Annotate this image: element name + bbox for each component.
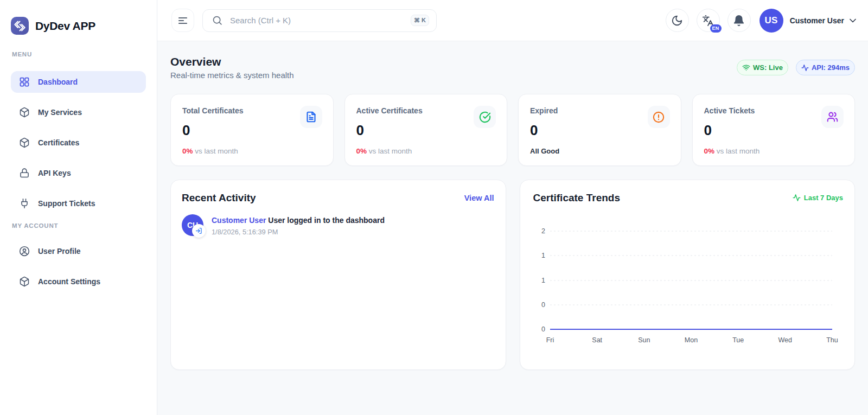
- svg-text:Sun: Sun: [638, 336, 650, 344]
- svg-text:Tue: Tue: [732, 336, 744, 344]
- svg-text:Fri: Fri: [546, 336, 554, 344]
- svg-text:2: 2: [541, 227, 545, 235]
- svg-text:Wed: Wed: [778, 336, 792, 344]
- svg-text:0: 0: [541, 325, 545, 333]
- svg-text:Sat: Sat: [592, 336, 602, 344]
- svg-text:1: 1: [541, 252, 545, 259]
- svg-text:0: 0: [541, 301, 545, 309]
- svg-text:Mon: Mon: [684, 336, 697, 344]
- svg-text:Thu: Thu: [826, 336, 838, 344]
- svg-text:1: 1: [541, 277, 545, 284]
